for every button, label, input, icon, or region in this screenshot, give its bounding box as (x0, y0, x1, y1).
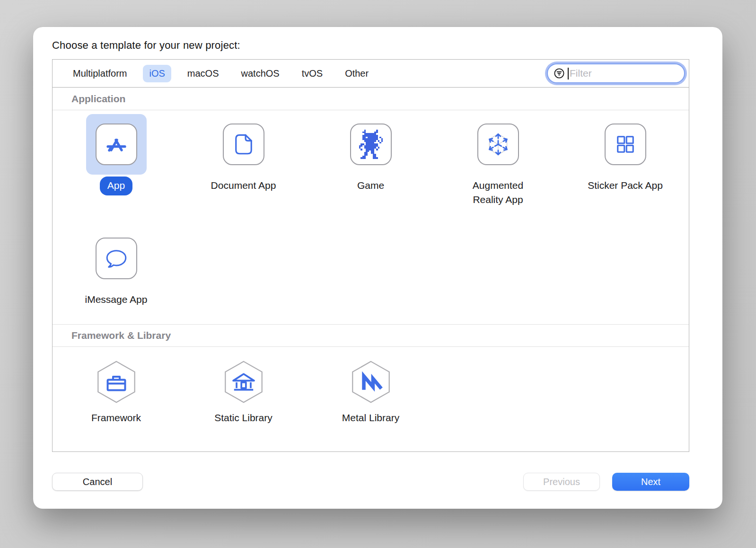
template-item-augmented-reality-app[interactable]: Augmented Reality App (434, 114, 562, 221)
tab-macos[interactable]: macOS (181, 65, 225, 82)
template-label: Static Library (214, 412, 273, 424)
filter-placeholder: Filter (570, 68, 592, 79)
dialog-footer: Cancel Previous Next (52, 473, 689, 491)
template-item-framework[interactable]: Framework (53, 358, 180, 424)
template-label: Game (357, 178, 384, 193)
framework-template-grid: Framework Static (53, 347, 689, 426)
sticker-grid-icon (612, 131, 639, 158)
previous-button[interactable]: Previous (523, 473, 600, 491)
template-item-static-library[interactable]: Static Library (180, 358, 307, 424)
metal-hexagon-icon (350, 359, 392, 405)
filter-input[interactable]: Filter (547, 63, 685, 83)
tab-multiplatform[interactable]: Multiplatform (67, 65, 133, 82)
filter-icon (554, 68, 565, 79)
template-item-sticker-pack-app[interactable]: Sticker Pack App (562, 114, 689, 221)
text-caret (568, 68, 569, 80)
template-chooser: Multiplatform iOS macOS watchOS tvOS Oth… (52, 59, 689, 452)
cancel-button[interactable]: Cancel (52, 473, 143, 491)
template-label: App (100, 177, 132, 195)
bank-hexagon-icon (223, 359, 264, 405)
message-bubble-icon (102, 244, 131, 273)
template-label: Document App (211, 178, 276, 193)
template-label: iMessage App (85, 292, 148, 307)
template-label: Augmented Reality App (463, 178, 534, 207)
tab-other[interactable]: Other (339, 65, 375, 82)
document-icon (230, 131, 257, 158)
section-header-framework-library: Framework & Library (53, 324, 689, 347)
template-item-imessage-app[interactable]: iMessage App (53, 228, 180, 321)
template-label: Metal Library (342, 412, 399, 424)
app-store-icon (103, 131, 130, 158)
template-item-app[interactable]: App (53, 114, 180, 221)
briefcase-hexagon-icon (96, 359, 137, 405)
application-template-grid: App Document App (53, 110, 689, 324)
ar-cube-icon (483, 129, 513, 159)
platform-tabbar: Multiplatform iOS macOS watchOS tvOS Oth… (53, 60, 689, 88)
selection-highlight (86, 114, 147, 175)
section-header-application: Application (53, 88, 689, 110)
tab-ios[interactable]: iOS (143, 65, 171, 82)
template-label: Framework (91, 412, 141, 424)
dialog-title: Choose a template for your new project: (52, 39, 240, 52)
template-item-game[interactable]: Game (307, 114, 434, 221)
template-item-metal-library[interactable]: Metal Library (307, 358, 434, 424)
tab-watchos[interactable]: watchOS (235, 65, 286, 82)
template-label: Sticker Pack App (588, 178, 663, 193)
game-sprite-icon (357, 130, 385, 159)
new-project-dialog: Choose a template for your new project: … (33, 27, 722, 509)
template-item-document-app[interactable]: Document App (180, 114, 307, 221)
next-button[interactable]: Next (612, 473, 689, 491)
tab-tvos[interactable]: tvOS (296, 65, 329, 82)
